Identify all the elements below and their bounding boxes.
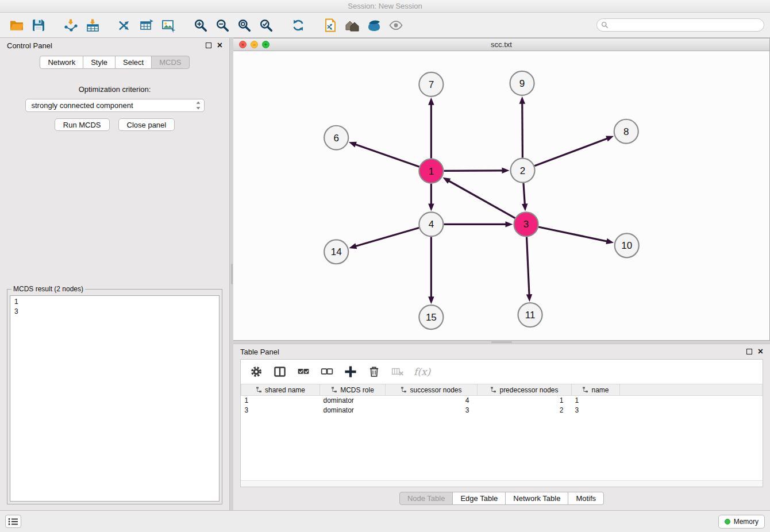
node-10[interactable]: 10 bbox=[615, 233, 639, 257]
edge-1-2[interactable] bbox=[444, 168, 509, 174]
table-cell[interactable]: dominator bbox=[320, 396, 386, 406]
network-view[interactable]: 7968124314101511 bbox=[233, 51, 769, 340]
edge-3-10[interactable] bbox=[538, 227, 614, 244]
table-row[interactable]: 1dominator411 bbox=[241, 396, 763, 406]
show-columns-button[interactable] bbox=[270, 362, 290, 381]
node-14[interactable]: 14 bbox=[324, 240, 348, 264]
close-table-panel-icon[interactable]: × bbox=[758, 348, 763, 355]
table-settings-button[interactable] bbox=[247, 362, 266, 381]
node-9[interactable]: 9 bbox=[510, 71, 534, 95]
search-input[interactable] bbox=[609, 19, 761, 31]
function-builder-button[interactable]: f(x) bbox=[411, 366, 433, 377]
new-table-button[interactable] bbox=[136, 15, 157, 36]
node-table-header-row: shared nameMCDS rolesuccessor nodesprede… bbox=[241, 384, 763, 396]
save-session-button[interactable] bbox=[28, 15, 49, 36]
tab-edge-table[interactable]: Edge Table bbox=[452, 492, 506, 505]
refresh-view-button[interactable] bbox=[287, 15, 309, 36]
image-icon bbox=[161, 18, 176, 33]
delete-column-button[interactable] bbox=[388, 362, 407, 381]
column-header-MCDS-role[interactable]: MCDS role bbox=[320, 384, 386, 396]
node-11[interactable]: 11 bbox=[518, 303, 542, 327]
tab-mcds[interactable]: MCDS bbox=[151, 56, 189, 69]
zoom-out-button[interactable] bbox=[211, 15, 233, 36]
table-cell[interactable]: 1 bbox=[478, 396, 572, 406]
tab-network[interactable]: Network bbox=[40, 56, 83, 69]
tab-network-table[interactable]: Network Table bbox=[505, 492, 568, 505]
table-cell[interactable]: 2 bbox=[478, 406, 572, 415]
close-panel-icon[interactable]: × bbox=[217, 42, 222, 49]
node-8[interactable]: 8 bbox=[614, 119, 638, 144]
column-header-name[interactable]: name bbox=[572, 384, 620, 396]
window-close-button[interactable]: × bbox=[239, 41, 247, 48]
close-panel-button[interactable]: Close panel bbox=[118, 118, 175, 131]
edge-1-4[interactable] bbox=[428, 184, 434, 211]
table-row[interactable]: 3dominator323 bbox=[241, 406, 763, 415]
titlebar: Session: New Session bbox=[0, 0, 770, 13]
run-mcds-button[interactable]: Run MCDS bbox=[55, 118, 110, 131]
edge-3-11[interactable] bbox=[526, 237, 532, 302]
node-1[interactable]: 1 bbox=[419, 159, 443, 183]
edge-4-15[interactable] bbox=[428, 237, 434, 304]
edge-3-1[interactable] bbox=[442, 178, 515, 218]
column-header-successor-nodes[interactable]: successor nodes bbox=[386, 384, 478, 396]
graphics-details-button[interactable] bbox=[385, 15, 407, 36]
export-image-button[interactable] bbox=[157, 15, 179, 36]
import-table-button[interactable] bbox=[82, 15, 103, 36]
table-cell[interactable]: 3 bbox=[386, 406, 478, 415]
zoom-selected-button[interactable] bbox=[255, 15, 277, 36]
zoom-fit-button[interactable] bbox=[233, 15, 255, 36]
mcds-result-box[interactable]: 13 bbox=[10, 295, 220, 502]
table-cell[interactable]: dominator bbox=[320, 406, 386, 415]
search-box[interactable] bbox=[596, 18, 764, 32]
edge-1-7[interactable] bbox=[428, 98, 434, 159]
memory-button[interactable]: Memory bbox=[718, 515, 765, 529]
delete-button[interactable] bbox=[364, 362, 384, 381]
optimization-select[interactable]: strongly connected component bbox=[25, 99, 205, 112]
window-zoom-button[interactable]: + bbox=[262, 41, 270, 48]
tab-select[interactable]: Select bbox=[115, 56, 152, 69]
new-network-button[interactable] bbox=[114, 15, 136, 36]
edge-4-3[interactable] bbox=[444, 221, 513, 227]
node-15[interactable]: 15 bbox=[419, 305, 443, 329]
zoom-in-button[interactable] bbox=[190, 15, 211, 36]
add-column-button[interactable] bbox=[341, 362, 360, 381]
tab-motifs[interactable]: Motifs bbox=[568, 492, 604, 505]
table-cell[interactable]: 1 bbox=[572, 396, 620, 406]
float-panel-icon[interactable] bbox=[206, 43, 211, 48]
table-cell[interactable]: 3 bbox=[241, 406, 320, 415]
node-3[interactable]: 3 bbox=[514, 212, 538, 236]
edge-2-8[interactable] bbox=[534, 136, 614, 166]
node-2[interactable]: 2 bbox=[511, 159, 535, 183]
svg-text:7: 7 bbox=[429, 79, 434, 90]
ndex-home-button[interactable] bbox=[341, 15, 363, 36]
node-4[interactable]: 4 bbox=[419, 212, 443, 236]
edge-1-6[interactable] bbox=[349, 142, 419, 167]
task-history-button[interactable] bbox=[5, 515, 21, 528]
tab-node-table[interactable]: Node Table bbox=[399, 492, 453, 505]
float-table-panel-icon[interactable] bbox=[746, 349, 752, 354]
network-canvas[interactable]: 7968124314101511 bbox=[233, 51, 769, 340]
table-cell[interactable]: 3 bbox=[572, 406, 620, 415]
search-icon bbox=[601, 21, 609, 29]
node-7[interactable]: 7 bbox=[419, 72, 443, 97]
window-minimize-button[interactable]: − bbox=[251, 41, 258, 48]
column-header-predecessor-nodes[interactable]: predecessor nodes bbox=[478, 384, 572, 396]
node-6[interactable]: 6 bbox=[324, 126, 348, 150]
splitter-grip-icon bbox=[231, 264, 233, 284]
edge-2-9[interactable] bbox=[519, 97, 525, 158]
table-cell[interactable]: 4 bbox=[386, 396, 478, 406]
horizontal-scrollbar[interactable] bbox=[241, 480, 763, 487]
table-cell[interactable]: 1 bbox=[241, 396, 320, 406]
column-header-shared-name[interactable]: shared name bbox=[241, 384, 320, 396]
style-preview-button[interactable] bbox=[363, 15, 385, 36]
edge-4-14[interactable] bbox=[349, 228, 419, 249]
optimization-label: Optimization criterion: bbox=[7, 85, 222, 94]
select-all-button[interactable] bbox=[294, 362, 313, 381]
memory-status-icon bbox=[725, 519, 730, 525]
import-network-button[interactable] bbox=[60, 15, 82, 36]
open-session-button[interactable] bbox=[6, 15, 28, 36]
edge-2-3[interactable] bbox=[522, 183, 528, 211]
deselect-all-button[interactable] bbox=[317, 362, 337, 381]
tab-style[interactable]: Style bbox=[83, 56, 116, 69]
copy-style-button[interactable] bbox=[319, 15, 341, 36]
